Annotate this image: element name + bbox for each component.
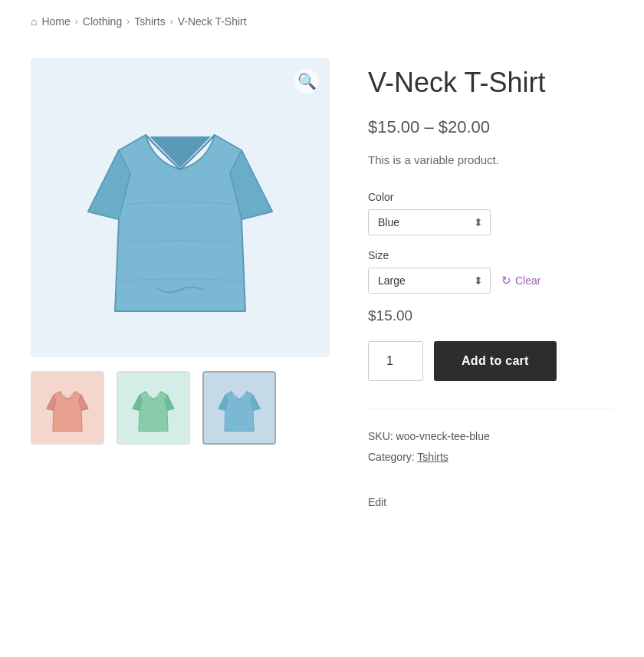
zoom-icon[interactable]: 🔍: [294, 69, 319, 94]
thumb-mint-svg: [130, 381, 176, 435]
refresh-icon: ↻: [501, 274, 511, 287]
size-label: Size: [368, 249, 613, 261]
breadcrumb-sep-1: ›: [75, 16, 78, 27]
product-layout: 🔍: [31, 58, 613, 513]
breadcrumb-sep-3: ›: [170, 16, 173, 27]
thumb-blue-svg: [216, 381, 262, 435]
size-select-wrap: Large Small Medium ⬍: [368, 268, 491, 294]
product-images: 🔍: [31, 58, 330, 445]
size-row-inline: Large Small Medium ⬍ ↻ Clear: [368, 268, 613, 294]
price-range: $15.00 – $20.00: [368, 117, 613, 137]
thumbnail-list: [31, 371, 330, 445]
category-row: Category: Tshirts: [368, 447, 613, 468]
add-to-cart-button[interactable]: Add to cart: [434, 341, 557, 381]
breadcrumb: ⌂ Home › Clothing › Tshirts › V-Neck T-S…: [31, 15, 613, 28]
add-to-cart-row: Add to cart: [368, 341, 613, 381]
color-label: Color: [368, 191, 613, 203]
thumb-pink-svg: [44, 381, 90, 435]
breadcrumb-home[interactable]: Home: [41, 15, 70, 28]
color-select[interactable]: Blue Green Pink: [368, 209, 491, 235]
size-attribute: Size Large Small Medium ⬍ ↻ Clear: [368, 249, 613, 294]
product-meta: SKU: woo-vneck-tee-blue Category: Tshirt…: [368, 409, 613, 512]
color-attribute: Color Blue Green Pink ⬍: [368, 191, 613, 235]
size-select[interactable]: Large Small Medium: [368, 268, 491, 294]
quantity-input[interactable]: [368, 341, 423, 381]
sku-label: SKU:: [368, 430, 393, 442]
breadcrumb-clothing[interactable]: Clothing: [83, 15, 122, 28]
product-title: V-Neck T-Shirt: [368, 66, 613, 99]
main-product-image: 🔍: [31, 58, 330, 357]
product-image-svg: [80, 89, 280, 327]
breadcrumb-current: V-Neck T-Shirt: [178, 15, 247, 28]
clear-link[interactable]: ↻ Clear: [501, 274, 540, 287]
thumbnail-pink[interactable]: [31, 371, 104, 445]
category-label: Category:: [368, 451, 415, 463]
selected-price: $15.00: [368, 307, 613, 324]
product-description: This is a variable product.: [368, 151, 613, 169]
sku-row: SKU: woo-vneck-tee-blue: [368, 426, 613, 447]
color-select-wrap: Blue Green Pink ⬍: [368, 209, 491, 235]
category-link[interactable]: Tshirts: [417, 451, 448, 463]
breadcrumb-sep-2: ›: [127, 16, 130, 27]
edit-link[interactable]: Edit: [368, 492, 386, 513]
home-icon: ⌂: [31, 15, 37, 28]
thumbnail-mint[interactable]: [117, 371, 190, 445]
breadcrumb-tshirts[interactable]: Tshirts: [134, 15, 165, 28]
product-details: V-Neck T-Shirt $15.00 – $20.00 This is a…: [368, 58, 613, 513]
clear-label: Clear: [515, 274, 540, 287]
thumbnail-blue[interactable]: [202, 371, 276, 445]
sku-value: woo-vneck-tee-blue: [396, 430, 490, 442]
